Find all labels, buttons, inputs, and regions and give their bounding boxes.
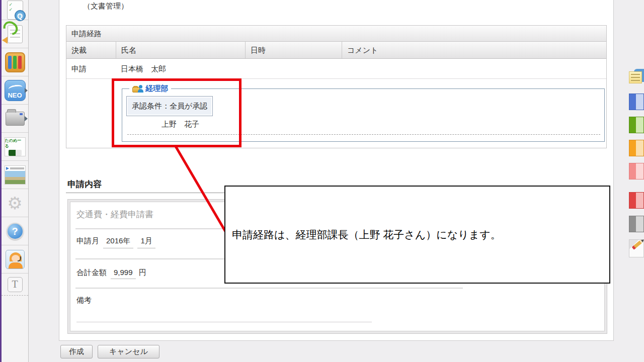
column-header-comment: コメント <box>342 42 606 58</box>
sidebar-item-text-size[interactable]: T <box>2 274 28 296</box>
sidebar-item-support[interactable] <box>2 245 28 274</box>
remarks-input-line[interactable] <box>76 322 372 322</box>
sidebar-item-folder[interactable] <box>2 105 28 133</box>
annotation-callout: 申請経路は、経理部課長（上野 花子さん）になります。 <box>224 186 610 284</box>
form-field-remarks: 備考 <box>76 296 92 305</box>
tanomail-logo-icon: たのめーる <box>5 137 26 156</box>
flyout-arrow-icon <box>25 116 28 121</box>
cell-comment <box>342 59 606 78</box>
create-button[interactable]: 作成 <box>60 345 93 358</box>
table-row: 申請 日本橋 太郎 <box>66 59 606 79</box>
field-label: 合計金額 <box>76 268 107 277</box>
cancel-button[interactable]: キャンセル <box>98 345 159 358</box>
folder-icon <box>6 112 25 126</box>
sidebar-item-circulation[interactable] <box>2 20 28 48</box>
settings-gear-icon: ⚙ <box>7 195 24 212</box>
group-divider <box>127 134 600 135</box>
sidebar-item-help[interactable]: ? <box>2 217 28 245</box>
sidebar-item-document-management[interactable] <box>2 48 28 76</box>
approver-name: 上野 花子 <box>162 120 199 129</box>
form-field-total: 合計金額9,999円 <box>76 268 146 279</box>
cell-datetime <box>245 59 342 78</box>
label-green-icon[interactable] <box>629 117 644 133</box>
month-input-value[interactable]: 1月 <box>137 236 155 248</box>
help-question-icon: ? <box>7 223 24 240</box>
label-pink-icon[interactable] <box>629 163 644 179</box>
sidebar-item-approval-check[interactable]: ✓✓Q <box>2 0 28 20</box>
search-q-badge-icon: Q <box>15 10 26 21</box>
column-header-datetime: 日時 <box>245 42 342 58</box>
text-size-icon: T <box>8 277 23 292</box>
form-title: 交通費・経費申請書 <box>76 209 153 220</box>
desknets-neo-logo-icon: NEO <box>5 80 26 101</box>
column-header-name: 氏名 <box>116 42 245 58</box>
cell-applicant-name: 日本橋 太郎 <box>116 59 245 78</box>
main-content: （文書管理） 申請経路 決裁 氏名 日時 コメント 申請 日本橋 太郎 経理部 <box>59 0 614 341</box>
column-header-kessai: 決裁 <box>66 42 116 58</box>
action-bar: 作成 キャンセル <box>60 345 159 358</box>
label-gray-icon[interactable] <box>629 216 644 232</box>
flyout-arrow-icon <box>25 88 28 93</box>
form-divider <box>75 288 463 289</box>
right-rail <box>614 0 644 362</box>
pencil-edit-icon[interactable] <box>629 239 644 257</box>
route-table-title: 申請経路 <box>66 26 606 42</box>
approval-group-legend: 経理部 <box>129 84 171 94</box>
label-red-icon[interactable] <box>629 192 644 209</box>
breadcrumb: （文書管理） <box>83 2 128 11</box>
table-row-approval-group: 経理部 承認条件：全員が承認 上野 花子 <box>66 79 606 148</box>
document-circulation-icon <box>8 25 23 43</box>
travel-photo-banner-icon <box>5 165 26 185</box>
annotation-callout-text: 申請経路は、経理部課長（上野 花子さん）になります。 <box>232 228 501 242</box>
sidebar-item-travel-banner[interactable] <box>2 161 28 189</box>
document-management-binders-icon <box>5 52 25 72</box>
department-folder-user-icon <box>132 85 143 93</box>
app-sidebar: ✓✓Q NEO たのめーる ⚙ ? T <box>2 0 29 362</box>
label-orange-icon[interactable] <box>629 140 644 156</box>
approval-condition-badge: 承認条件：全員が承認 <box>126 96 213 116</box>
sidebar-item-desknets-neo[interactable]: NEO <box>2 76 28 105</box>
cell-kessai: 申請 <box>66 59 116 78</box>
currency-unit-label: 円 <box>139 268 146 277</box>
support-operator-icon <box>6 250 25 269</box>
year-input-value[interactable]: 2016年 <box>103 236 133 248</box>
sidebar-item-settings[interactable]: ⚙ <box>2 189 28 217</box>
document-approval-check-icon: ✓✓Q <box>7 1 23 20</box>
field-label: 申請月 <box>76 236 99 245</box>
sidebar-item-tanomail[interactable]: たのめーる <box>2 133 28 161</box>
approval-group-name: 経理部 <box>145 84 168 94</box>
form-field-month: 申請月2016年1月 <box>76 236 155 248</box>
total-amount-input-value[interactable]: 9,999 <box>111 268 136 279</box>
approval-group-box: 経理部 承認条件：全員が承認 上野 花子 <box>122 88 605 142</box>
application-route-table: 申請経路 決裁 氏名 日時 コメント 申請 日本橋 太郎 経理部 <box>66 25 607 148</box>
sticky-note-icon[interactable] <box>629 69 644 86</box>
label-blue-icon[interactable] <box>629 94 644 110</box>
field-label: 備考 <box>76 296 92 304</box>
route-table-header: 決裁 氏名 日時 コメント <box>66 42 606 59</box>
page-section-heading: 申請内容 <box>67 178 102 190</box>
